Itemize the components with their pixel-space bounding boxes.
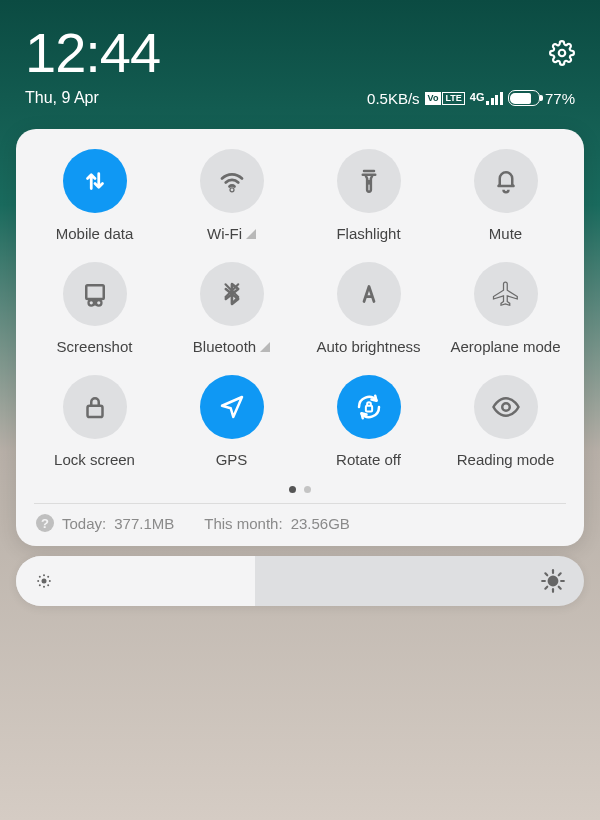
tile-label-reading-mode: Reading mode [457,451,555,468]
tile-label-flashlight: Flashlight [336,225,400,242]
tile-wifi[interactable]: Wi-Fi [163,149,300,242]
airplane-icon[interactable] [474,262,538,326]
usage-month-label: This month: [204,515,282,532]
divider [34,503,566,504]
tile-label-aeroplane-mode: Aeroplane mode [450,338,560,355]
tile-label-bluetooth: Bluetooth [193,338,270,355]
tile-screenshot[interactable]: Screenshot [26,262,163,355]
signal-icon [486,91,503,105]
tile-mobile-data[interactable]: Mobile data [26,149,163,242]
wifi-icon[interactable] [200,149,264,213]
tile-mute[interactable]: Mute [437,149,574,242]
brightness-high-icon [540,568,566,594]
brightness-low-icon [34,571,54,591]
tile-reading-mode[interactable]: Reading mode [437,375,574,468]
auto-brightness-icon[interactable] [337,262,401,326]
svg-line-13 [545,573,547,575]
svg-line-18 [559,573,561,575]
tile-rotate-off[interactable]: Rotate off [300,375,437,468]
usage-today-label: Today: [62,515,106,532]
eye-icon[interactable] [474,375,538,439]
mobile-data-icon[interactable] [63,149,127,213]
svg-point-1 [42,579,47,584]
page-indicator[interactable] [26,486,574,493]
tile-label-wifi: Wi-Fi [207,225,256,242]
tile-lock-screen[interactable]: Lock screen [26,375,163,468]
network-speed: 0.5KB/s [367,90,420,107]
settings-gear-icon[interactable] [549,40,575,66]
svg-line-17 [545,587,547,589]
tile-label-mobile-data: Mobile data [56,225,134,242]
svg-point-4 [37,580,39,582]
gps-icon[interactable] [200,375,264,439]
bell-icon[interactable] [474,149,538,213]
tile-label-screenshot: Screenshot [57,338,133,355]
usage-month-value: 23.56GB [291,515,350,532]
rotate-lock-icon[interactable] [337,375,401,439]
tile-flashlight[interactable]: Flashlight [300,149,437,242]
expand-chevron-icon[interactable] [260,342,270,352]
svg-point-0 [559,49,566,56]
date-label: Thu, 9 Apr [25,89,99,107]
svg-point-8 [47,576,49,578]
network-type: 4G [470,93,485,103]
screenshot-icon[interactable] [63,262,127,326]
svg-point-9 [39,584,41,586]
battery-icon [508,90,540,106]
bluetooth-icon[interactable] [200,262,264,326]
tile-label-rotate-off: Rotate off [336,451,401,468]
svg-point-5 [49,580,51,582]
volte-icon: VoLTE [425,92,465,105]
svg-point-6 [39,576,41,578]
tile-label-lock-screen: Lock screen [54,451,135,468]
brightness-slider[interactable] [16,556,584,606]
page-dot-2[interactable] [304,486,311,493]
expand-chevron-icon[interactable] [246,229,256,239]
svg-point-2 [43,574,45,576]
tile-gps[interactable]: GPS [163,375,300,468]
tile-label-auto-brightness: Auto brightness [316,338,420,355]
lock-icon[interactable] [63,375,127,439]
clock-time: 12:44 [25,20,160,85]
flashlight-icon[interactable] [337,149,401,213]
svg-point-3 [43,586,45,588]
data-usage-row[interactable]: ? Today: 377.1MB This month: 23.56GB [26,512,574,538]
page-dot-1[interactable] [289,486,296,493]
battery-percent: 77% [545,90,575,107]
tile-label-mute: Mute [489,225,522,242]
tile-label-gps: GPS [216,451,248,468]
usage-today-value: 377.1MB [114,515,174,532]
tile-bluetooth[interactable]: Bluetooth [163,262,300,355]
svg-point-7 [47,584,49,586]
status-bar: 0.5KB/s VoLTE 4G 77% [367,90,575,107]
help-icon: ? [36,514,54,532]
quick-settings-panel: Mobile dataWi-FiFlashlightMuteScreenshot… [16,129,584,546]
tile-auto-brightness[interactable]: Auto brightness [300,262,437,355]
svg-point-10 [549,577,558,586]
tile-aeroplane-mode[interactable]: Aeroplane mode [437,262,574,355]
svg-line-14 [559,587,561,589]
